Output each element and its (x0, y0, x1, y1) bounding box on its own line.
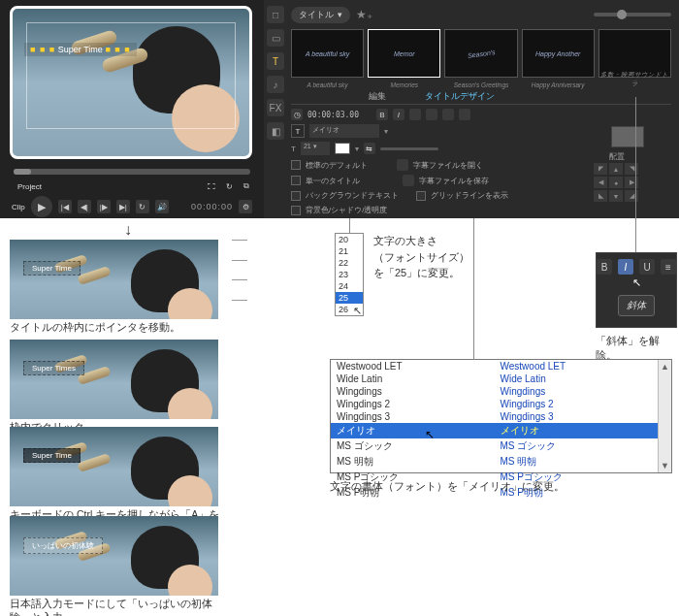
checkbox[interactable] (291, 176, 301, 185)
title-tab-icon[interactable]: T (267, 52, 284, 70)
tab-title-design[interactable]: タイトルデザイン (425, 91, 495, 104)
cursor-icon: ↖ (353, 305, 362, 317)
timecode-readout: 00:00:00 (191, 202, 233, 211)
chevron-down-icon[interactable]: ▾ (384, 127, 388, 136)
fullscreen-icon[interactable]: ⛶ (206, 180, 217, 192)
title-thumb[interactable]: 多数・映画サウンドトラ (598, 29, 671, 78)
skip-start-button[interactable]: |◀ (58, 200, 72, 213)
favorite-icon[interactable]: ★₊ (356, 8, 372, 21)
project-label: Project (17, 182, 42, 191)
align-grid-label: 配置 (609, 151, 625, 162)
preview-safe-area (26, 22, 236, 129)
align-left-icon[interactable] (426, 109, 437, 120)
asset-panel: □ ▭ T ♪ FX ◧ タイトル ▾ ★₊ A beautiful skyA … (264, 0, 679, 218)
italic-tooltip: 斜体 (618, 295, 655, 316)
step-back-button[interactable]: ◀| (78, 200, 91, 213)
italic-button[interactable]: I (393, 109, 404, 120)
detach-icon[interactable]: ⧉ (241, 180, 252, 192)
fx-tab-icon[interactable]: FX (267, 99, 284, 116)
connector-line (473, 359, 474, 360)
title-thumb[interactable]: Season'sSeason's Greetings (444, 29, 517, 78)
font-size-dropdown[interactable]: 202122 2324 2526 ↖ (335, 233, 364, 316)
font-size-field[interactable]: 21 ▾ (301, 142, 330, 155)
connector-line (473, 218, 474, 360)
arrow-down-icon: ↓ (124, 221, 132, 239)
scrollbar[interactable]: ▲▼ (658, 360, 671, 472)
media-tab-icon[interactable]: □ (267, 6, 284, 23)
category-sidebar: □ ▭ T ♪ FX ◧ (264, 6, 287, 140)
bold-button[interactable]: B (376, 109, 388, 120)
step-fwd-button[interactable]: |▶ (97, 200, 111, 213)
cursor-icon: ↖ (632, 276, 641, 289)
handle-dots-icon: ■ ■ ■ (30, 45, 55, 54)
step-1: Super Time タイトルの枠内にポインタを移動。 (10, 240, 228, 335)
title-overlay-text: Super Time (58, 45, 103, 54)
thumb-size-slider[interactable] (594, 13, 671, 16)
open-file-icon[interactable] (397, 159, 408, 171)
panel-header: タイトル ▾ ★₊ (291, 6, 671, 23)
audio-tab-icon[interactable]: ♪ (267, 76, 284, 93)
tab-edit[interactable]: 編集 (369, 91, 386, 104)
step-caption: 日本語入力モードにして「いっぱいの初体験」と入力。 (10, 598, 228, 616)
align-right-icon[interactable] (459, 109, 470, 120)
align-center-icon[interactable] (442, 109, 454, 120)
clip-label: Clip (12, 203, 25, 211)
play-button[interactable]: ▶ (31, 196, 52, 217)
text-color-label: T (291, 145, 296, 153)
title-box[interactable]: Super Times (23, 361, 84, 375)
title-box-selected[interactable]: Super Time (23, 448, 81, 463)
skip-end-button[interactable]: ▶| (116, 200, 130, 213)
hsep-icon[interactable] (409, 109, 421, 120)
category-dropdown[interactable]: タイトル ▾ (291, 7, 350, 23)
tracking-icon[interactable]: ⇆ (364, 143, 375, 154)
layout-tab-icon[interactable]: ◧ (267, 122, 284, 140)
scroll-up-icon: ▲ (661, 362, 669, 372)
checkbox[interactable] (291, 191, 301, 201)
tracking-slider[interactable] (380, 147, 438, 150)
title-properties: ◷ 00:00:03.00 B I T メイリオ ▾ T 21 ▾ ▾ ⇆ 標準… (291, 109, 671, 212)
more-styles-icon[interactable]: ≡ (661, 259, 676, 275)
text-tool-icon[interactable]: T (291, 124, 305, 138)
clock-icon: ◷ (291, 109, 303, 120)
title-thumbnail-row: A beautiful skyA beautiful sky MemorMemo… (291, 29, 671, 78)
title-box[interactable]: いっぱいの初体験 (23, 537, 103, 554)
cursor-icon: ↖ (425, 428, 435, 441)
mute-button[interactable]: 🔊 (155, 200, 169, 213)
font-family-field[interactable]: メイリオ (309, 124, 379, 138)
font-caption: 文字の書体（フォント）を「メイリオ」に変更。 (330, 479, 565, 494)
step-4: いっぱいの初体験 日本語入力モードにして「いっぱいの初体験」と入力。 (10, 516, 228, 616)
title-box[interactable]: Super Time (23, 261, 81, 276)
color-swatch[interactable] (335, 143, 350, 154)
text-style-callout: B I U ≡ ↖ 斜体 (596, 252, 677, 328)
font-family-dropdown[interactable]: Westwood LETWide Latin WingdingsWingding… (330, 359, 672, 473)
preview-player: ■ ■ ■ Super Time ■ ■ ■ (10, 6, 252, 159)
title-thumb[interactable]: MemorMemories (368, 29, 440, 78)
italic-button[interactable]: I (618, 259, 633, 275)
bg-color-swatch[interactable] (611, 126, 644, 147)
loop-icon[interactable]: ↻ (223, 180, 235, 192)
handle-dots-icon: ■ ■ ■ (105, 45, 130, 54)
loop-toggle[interactable]: ↻ (136, 200, 149, 213)
checkbox[interactable] (291, 160, 301, 170)
duration-field[interactable]: 00:00:03.00 (307, 111, 359, 119)
alignment-grid[interactable]: ◤▲◥ ◀●▶ ◣▼◢ (594, 163, 638, 202)
settings-icon[interactable]: ⚙ (239, 200, 252, 213)
chevron-down-icon: ▾ (338, 10, 342, 19)
step-2: Super Times 枠内でクリック。 (10, 340, 228, 435)
underline-button[interactable]: U (639, 259, 655, 275)
title-overlay-box[interactable]: ■ ■ ■ Super Time ■ ■ ■ (24, 43, 137, 56)
scroll-down-icon: ▼ (661, 461, 669, 470)
title-thumb[interactable]: Happy AnotherHappy Anniversary (522, 29, 595, 78)
title-thumb[interactable]: A beautiful skyA beautiful sky (291, 29, 364, 78)
connector-line (635, 97, 636, 252)
bold-button[interactable]: B (597, 259, 612, 275)
transition-tab-icon[interactable]: ▭ (267, 29, 284, 47)
font-size-caption: 文字の大きさ（フォントサイズ）を「25」に変更。 (373, 233, 469, 281)
transport-bar: Project ⛶ ↻ ⧉ Clip ▶ |◀ ◀| |▶ ▶| ↻ 🔊 00:… (8, 165, 256, 213)
checkbox[interactable] (416, 191, 426, 201)
connector-line (349, 218, 350, 234)
checkbox[interactable] (291, 206, 301, 215)
timeline-scrubber[interactable] (14, 169, 250, 175)
save-file-icon[interactable] (403, 175, 414, 186)
step-caption: タイトルの枠内にポインタを移動。 (10, 321, 228, 335)
